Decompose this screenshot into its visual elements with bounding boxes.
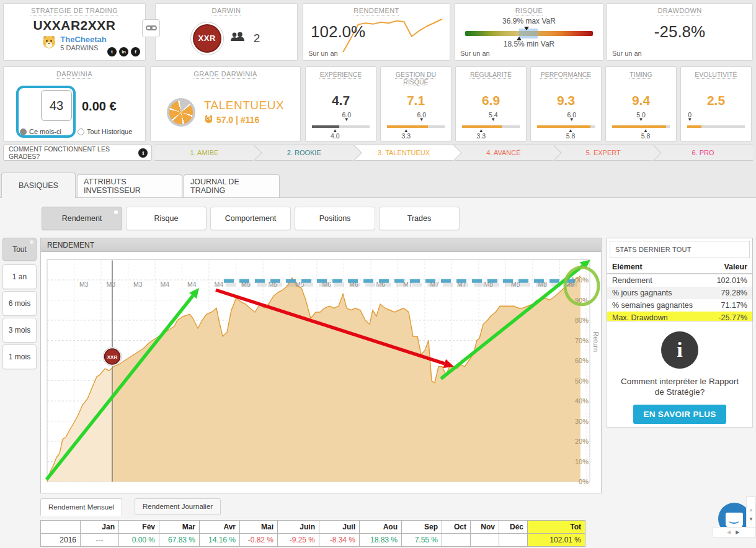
year-cell: 2016 [41, 534, 81, 547]
benchmark-top-marker: 0▼ [687, 112, 692, 122]
grade-step-5[interactable]: 5. EXPERT [553, 145, 653, 161]
strategy-card-title: STRATEGIE DE TRADING [4, 7, 145, 14]
score-card-3: RÉGULARITÉ6.95.4▼▲3.3 [455, 66, 527, 141]
month-header: Tot [528, 521, 585, 534]
subtab-positions[interactable]: Positions [295, 207, 375, 230]
scroll-down-icon[interactable]: ▼ [749, 516, 754, 522]
strategy-card: STRATEGIE DE TRADING UXXAR2XXR TheCheeta… [3, 3, 146, 61]
grade-step-1[interactable]: 1. AMIBE [154, 145, 254, 161]
stats-col-header: Valeur [708, 261, 752, 274]
radio-tout-historique[interactable]: Tout Historique [78, 128, 132, 135]
grade-step-3[interactable]: 3. TALENTUEUX [354, 145, 454, 161]
grade-step-2[interactable]: 2. ROOKIE [254, 145, 354, 161]
score-card-value: 6.9 [456, 93, 526, 108]
subtab-rendement[interactable]: Rendement [42, 207, 122, 230]
radio-ce-mois-ci[interactable]: Ce mois-ci [20, 128, 61, 135]
month-header: Jan [81, 521, 119, 534]
horizontal-scrollbar[interactable]: ◀ ▶ [713, 527, 756, 537]
stats-row: % semaines gagnantes71.17% [607, 299, 752, 312]
owner-darwins-count: 5 DARWINS [60, 44, 106, 52]
month-header: Mai [240, 521, 278, 534]
range-1-mois[interactable]: 1 mois [2, 344, 37, 369]
linkedin-icon[interactable]: in [119, 47, 128, 56]
owner-link[interactable]: TheCheetah [60, 35, 106, 44]
return-area-chart[interactable]: M3M3M3M4M4M4M5M5M5M6M6M6M7M7M7M8M8M8M9+1… [41, 252, 601, 493]
score-bar [387, 125, 445, 128]
month-header: Juil [319, 521, 360, 534]
benchmark-bottom-marker: ▲5.8 [641, 128, 651, 139]
return-period: Sur un an [308, 50, 338, 57]
range-1-an[interactable]: 1 an [2, 264, 37, 289]
owl-icon [204, 114, 213, 125]
scroll-right-icon[interactable]: ▶ [736, 529, 739, 535]
strategy-name: UXXAR2XXR [4, 18, 145, 33]
month-value-cell: 18.83 % [360, 534, 402, 547]
stats-panel: STATS DERNIER TOUT ElémentValeurRendemen… [607, 238, 753, 325]
stats-title: STATS DERNIER TOUT [610, 241, 750, 258]
darwin-card: DARWIN XXR 2 [155, 3, 298, 61]
help-text: Comment interpréter le Rapport de Straté… [607, 376, 752, 397]
subtab-comportement[interactable]: Comportement [210, 207, 291, 230]
tab-journal-de-trading[interactable]: JOURNAL DE TRADING [184, 174, 280, 197]
month-value-cell [499, 534, 528, 547]
subtab-trades[interactable]: Trades [379, 207, 460, 230]
learn-more-button[interactable]: EN SAVOIR PLUS [633, 405, 726, 424]
scroll-left-icon[interactable]: ◀ [727, 529, 731, 535]
month-header: Nov [471, 521, 499, 534]
range-6-mois[interactable]: 6 mois [2, 291, 37, 316]
range-tout[interactable]: Tout [2, 238, 37, 261]
month-value-cell: 67.83 % [159, 534, 200, 547]
benchmark-bottom-marker: ▲3.3 [401, 128, 411, 139]
month-value-cell [471, 534, 499, 547]
bottom-tab-2[interactable]: Rendement Journalier [135, 498, 221, 514]
score-card-value: 2.5 [681, 93, 751, 108]
score-card-title: EXPÉRIENCE [308, 71, 373, 78]
score-card-title: RÉGULARITÉ [458, 71, 523, 78]
grade-card-title: GRADE DARWINIA [151, 70, 300, 78]
month-value-cell: 102.01 % [528, 534, 585, 547]
range-3-mois[interactable]: 3 mois [2, 318, 37, 343]
darwinia-amount: 0.00 € [82, 99, 117, 114]
twitter-icon[interactable]: t [107, 47, 117, 56]
tab-attributs-investisseur[interactable]: ATTRIBUTS INVESTISSEUR [77, 174, 182, 197]
benchmark-top-marker: 6.0▼ [567, 112, 576, 122]
risk-card: RISQUE 36.9% max VaR 18.5% min VaR Sur u… [455, 3, 603, 61]
owner-avatar [42, 35, 56, 52]
score-card-title: EVOLUTIVITÉ [683, 71, 749, 78]
month-header: Fév [119, 521, 159, 534]
benchmark-bottom-marker: ▲4.0 [331, 128, 340, 139]
tab-basiques[interactable]: BASIQUES [1, 173, 76, 198]
svg-text:30%: 30% [575, 418, 589, 425]
investors-icon [230, 32, 245, 45]
drawdown-card: DRAWDOWN -25.8% Sur un an [607, 3, 753, 61]
bottom-tab-1[interactable]: Rendement Mensuel [40, 498, 122, 516]
info-icon[interactable]: i [138, 148, 148, 158]
benchmark-top-marker: 5.0▼ [636, 112, 646, 122]
chat-bubble-icon [726, 513, 743, 528]
drawdown-value: -25.8% [607, 22, 752, 42]
grade-pie-icon [167, 98, 195, 127]
month-value-cell: 7.55 % [402, 534, 442, 547]
month-header: Aou [360, 521, 402, 534]
month-header: Mar [159, 521, 200, 534]
max-var-label: 36.9% max VaR [455, 17, 603, 25]
facebook-icon[interactable]: f [131, 47, 140, 56]
score-card-title: TIMING [608, 71, 674, 78]
score-bar [687, 125, 745, 128]
grade-step-4[interactable]: 4. AVANCÉ [453, 145, 553, 161]
grade-step-6[interactable]: 6. PRO [653, 145, 753, 161]
link-strategy-darwin-button[interactable] [142, 19, 160, 37]
month-value-cell [442, 534, 471, 547]
score-card-2: GESTION DU RISQUE7.16.0▼▲3.3 [380, 66, 451, 141]
return-chart-panel: RENDEMENT M3M3M3M4M4M4M5M5M5M6M6M6M7M7M7… [40, 238, 602, 493]
investors-count: 2 [254, 32, 260, 45]
score-card-6: EVOLUTIVITÉ2.50▼ [680, 66, 752, 141]
benchmark-top-marker: 5.4▼ [489, 112, 498, 122]
drawdown-card-title: DRAWDOWN [607, 7, 752, 14]
scroll-up-icon[interactable]: ▲ [749, 507, 754, 513]
stats-col-header: Elément [607, 261, 708, 274]
svg-text:10%: 10% [575, 458, 589, 465]
subtab-risque[interactable]: Risque [126, 207, 207, 230]
stats-table: ElémentValeurRendement102.01%% jours gag… [607, 261, 752, 324]
month-header: Sep [402, 521, 442, 534]
